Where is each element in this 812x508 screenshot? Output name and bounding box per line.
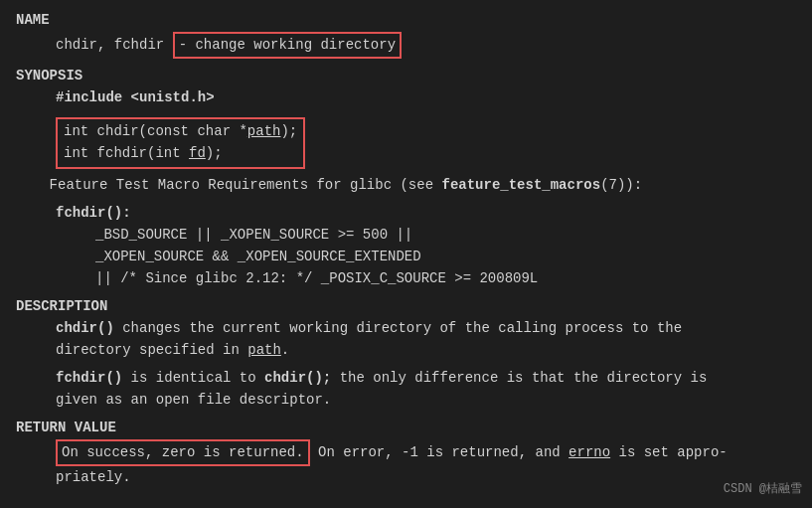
synopsis-functions-box: int chdir(const char *path); int fchdir(…: [56, 117, 305, 169]
macro-line-2: _XOPEN_SOURCE && _XOPEN_SOURCE_EXTENDED: [95, 247, 796, 267]
macro-line-1: _BSD_SOURCE || _XOPEN_SOURCE >= 500 ||: [95, 225, 796, 246]
synopsis-function-2: int fchdir(int fd);: [64, 143, 297, 164]
description-line-3: fchdir() is identical to chdir(); the on…: [56, 368, 796, 389]
description-line-2: directory specified in path.: [56, 340, 796, 361]
synopsis-header: SYNOPSIS: [16, 68, 82, 84]
watermark: CSDN @桔融雪: [724, 480, 802, 498]
synopsis-function-1: int chdir(const char *path);: [64, 121, 297, 142]
synopsis-include: #include <unistd.h>: [56, 89, 215, 105]
description-line-1: chdir() changes the current working dire…: [56, 318, 796, 339]
return-success-highlighted: On success, zero is returned.: [56, 439, 310, 466]
return-value-line-2: priately.: [56, 467, 796, 488]
name-header: NAME: [16, 12, 50, 28]
return-value-header: RETURN VALUE: [16, 420, 116, 435]
macro-line-3: || /* Since glibc 2.12: */ _POSIX_C_SOUR…: [95, 268, 796, 289]
return-value-line-1: On success, zero is returned. On error, …: [56, 439, 796, 466]
description-header: DESCRIPTION: [16, 298, 107, 314]
name-prefix: chdir, fchdir: [56, 37, 173, 53]
name-highlighted: - change working directory: [173, 32, 402, 59]
fchdir-label: fchdir():: [56, 205, 131, 221]
description-line-4: given as an open file descriptor.: [56, 390, 796, 411]
feature-test-line: Feature Test Macro Requirements for glib…: [16, 175, 796, 196]
